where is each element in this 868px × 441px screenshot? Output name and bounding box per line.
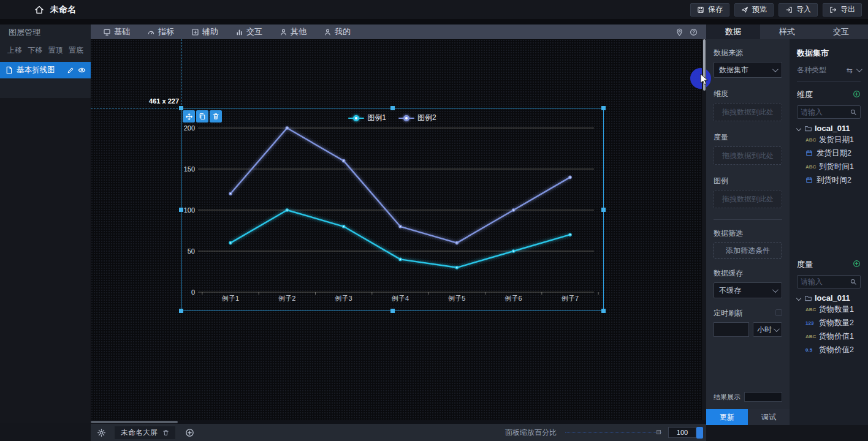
measure-search-input[interactable]	[801, 277, 850, 286]
refresh-unit-select[interactable]: 小时	[753, 322, 782, 337]
dataset-type-filter[interactable]: 各种类型 ⇆	[797, 65, 861, 75]
resize-handle-top-left[interactable]	[179, 106, 183, 110]
measure-field-货物数量1[interactable]: ABC货物数量1	[797, 303, 861, 316]
data-source-select[interactable]: 数据集市	[714, 62, 782, 78]
debug-button[interactable]: 调试	[748, 409, 790, 425]
panel-divider	[714, 219, 782, 220]
measure-dropzone[interactable]: 拖拽数据到此处	[714, 146, 782, 165]
field-label: 货物价值2	[819, 345, 854, 355]
zoom-value-input[interactable]	[668, 427, 696, 438]
tab-data[interactable]: 数据	[706, 24, 760, 39]
layer-panel: 图层管理 上移下移置顶置底 基本折线图	[0, 24, 91, 423]
component-tab-其他[interactable]: 其他	[280, 26, 306, 37]
horizontal-scrollbar[interactable]	[91, 420, 706, 424]
location-icon[interactable]	[676, 28, 683, 36]
measure-field-货物价值2[interactable]: 0.5货物价值2	[797, 343, 861, 356]
chevron-down-icon[interactable]	[856, 66, 862, 72]
layer-panel-title: 图层管理	[0, 24, 91, 40]
refresh-interval-input[interactable]	[714, 322, 749, 337]
copy-widget-button[interactable]	[196, 110, 208, 123]
add-measure-icon[interactable]	[853, 259, 861, 270]
preview-button[interactable]: 预览	[734, 3, 774, 17]
dimension-field-到货时间2[interactable]: 到货时间2	[797, 173, 861, 187]
cache-select[interactable]: 不缓存	[714, 282, 782, 298]
group-label: local_011	[815, 293, 850, 303]
update-button[interactable]: 更新	[706, 409, 748, 425]
resize-handle-bottom-left[interactable]	[179, 309, 183, 313]
swap-icon[interactable]: ⇆	[847, 66, 853, 75]
mouse-cursor	[699, 74, 709, 85]
legend-dropzone[interactable]: 拖拽数据到此处	[714, 190, 782, 208]
layer-action-3[interactable]: 置底	[69, 45, 83, 56]
line-chart-widget[interactable]: 图例1图例2 050100150200例子1例子2例子3例子4例子5例子6例子7	[181, 108, 604, 311]
field-type-icon: ABC	[805, 137, 815, 143]
layer-action-0[interactable]: 上移	[7, 45, 22, 56]
move-widget-button[interactable]	[183, 110, 195, 123]
delete-widget-button[interactable]	[210, 110, 222, 123]
resize-handle-middle-left[interactable]	[179, 208, 183, 212]
component-tab-辅助[interactable]: 辅助	[191, 26, 218, 37]
eye-icon[interactable]	[78, 66, 86, 74]
result-input[interactable]	[744, 392, 782, 402]
dimension-dropzone[interactable]: 拖拽数据到此处	[714, 103, 782, 121]
component-tab-指标[interactable]: 指标	[147, 26, 174, 37]
gear-icon[interactable]	[97, 428, 106, 437]
measure-tree-section: 度量local_011ABC货物数量1123货物数量2ABC货物价值10.5货物…	[797, 259, 861, 356]
top-actions: 保存 预览 导入 导出	[690, 3, 862, 17]
export-button[interactable]: 导出	[823, 3, 862, 17]
legend-item-图例2[interactable]: 图例2	[398, 113, 436, 123]
measure-field-货物数量2[interactable]: 123货物数量2	[797, 316, 861, 330]
add-dimension-icon[interactable]	[853, 89, 861, 100]
zoom-slider[interactable]	[565, 429, 662, 435]
dimension-group-local_011[interactable]: local_011	[797, 124, 861, 133]
dimension-field-发货日期1[interactable]: ABC发货日期1	[797, 133, 861, 146]
resize-handle-bottom-middle[interactable]	[390, 309, 395, 313]
legend-item-图例1[interactable]: 图例1	[348, 113, 386, 123]
svg-text:0: 0	[191, 288, 195, 296]
screen-tab[interactable]: 未命名大屏	[115, 426, 175, 439]
search-icon[interactable]	[850, 108, 857, 116]
measure-search	[797, 275, 861, 288]
legend-marker	[348, 115, 364, 121]
component-tab-交互[interactable]: 交互	[235, 26, 262, 37]
design-canvas[interactable]: 461 x 227 图例1图例2 050100	[91, 39, 702, 420]
edit-pencil-icon[interactable]	[67, 67, 74, 74]
plus-circle-icon	[853, 90, 861, 98]
resize-handle-top-right[interactable]	[601, 106, 606, 110]
panel-resize-handle[interactable]	[696, 427, 703, 439]
import-icon	[785, 6, 793, 13]
dimension-search-input[interactable]	[801, 108, 850, 116]
result-label: 结果展示	[714, 393, 740, 402]
dimension-field-发货日期2[interactable]: 发货日期2	[797, 146, 861, 160]
save-button[interactable]: 保存	[690, 3, 729, 17]
component-tab-我的[interactable]: 我的	[324, 26, 351, 37]
refresh-checkbox[interactable]	[775, 309, 782, 316]
resize-handle-bottom-right[interactable]	[601, 309, 606, 313]
field-type-icon: ABC	[805, 164, 815, 170]
dimension-field-到货时间1[interactable]: ABC到货时间1	[797, 160, 861, 173]
horizontal-scrollbar-thumb[interactable]	[91, 421, 178, 423]
measure-field-货物价值1[interactable]: ABC货物价值1	[797, 330, 861, 343]
search-icon[interactable]	[850, 278, 857, 285]
measure-group-local_011[interactable]: local_011	[797, 293, 861, 303]
layer-item-basic-line-chart[interactable]: 基本折线图	[0, 62, 91, 78]
tab-style[interactable]: 样式	[760, 24, 814, 39]
import-button[interactable]: 导入	[779, 3, 818, 17]
layer-action-1[interactable]: 下移	[28, 45, 42, 56]
layer-action-2[interactable]: 置顶	[48, 45, 63, 56]
resize-handle-top-middle[interactable]	[390, 106, 395, 110]
home-icon[interactable]	[34, 5, 44, 15]
help-icon[interactable]	[690, 28, 698, 36]
bottom-left-strip	[0, 423, 91, 441]
dataset-panel: 数据集市 各种类型 ⇆ 维度local_011ABC发货日期1发货日期2ABC到…	[790, 39, 868, 425]
refresh-row: 小时	[714, 322, 782, 337]
trash-icon[interactable]	[162, 429, 169, 436]
zoom-slider-knob[interactable]	[657, 430, 661, 434]
add-filter-button[interactable]: 添加筛选条件	[714, 243, 782, 258]
component-tab-基础[interactable]: 基础	[103, 26, 130, 37]
resize-handle-middle-right[interactable]	[601, 208, 606, 212]
add-screen-icon[interactable]	[185, 428, 194, 437]
widget-other-icon	[280, 28, 287, 36]
tab-interaction[interactable]: 交互	[814, 24, 868, 39]
vertical-scrollbar[interactable]	[702, 39, 706, 420]
